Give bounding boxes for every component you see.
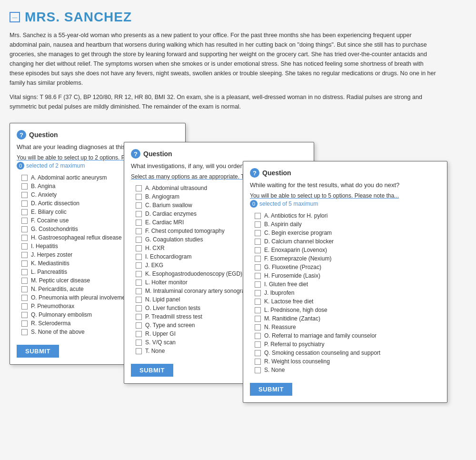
checkbox[interactable] bbox=[255, 307, 261, 313]
checkbox[interactable] bbox=[255, 324, 261, 330]
checkbox[interactable] bbox=[21, 209, 28, 215]
checkbox[interactable] bbox=[136, 228, 142, 234]
list-item[interactable]: F. Esomeprazole (Nexium) bbox=[255, 255, 440, 262]
card3-header: ? Question bbox=[250, 168, 440, 178]
checkbox[interactable] bbox=[255, 341, 261, 348]
checkbox[interactable] bbox=[255, 239, 261, 245]
option-label: K. Esophogastroduodenoscopy (EGD) bbox=[145, 270, 242, 277]
checkbox[interactable] bbox=[136, 211, 142, 217]
card1-title: Question bbox=[29, 131, 58, 139]
checkbox[interactable] bbox=[136, 348, 142, 354]
checkbox[interactable] bbox=[136, 331, 142, 337]
checkbox[interactable] bbox=[136, 254, 142, 260]
checkbox[interactable] bbox=[255, 247, 261, 253]
checkbox[interactable] bbox=[255, 367, 261, 373]
list-item[interactable]: R. Weight loss counseling bbox=[255, 358, 440, 365]
list-item[interactable]: O. Referral to marriage and family couns… bbox=[255, 332, 440, 339]
checkbox[interactable] bbox=[21, 235, 28, 241]
option-label: N. Lipid panel bbox=[145, 296, 180, 303]
checkbox[interactable] bbox=[255, 281, 261, 288]
list-item[interactable]: N. Reassure bbox=[255, 324, 440, 330]
checkbox[interactable] bbox=[21, 200, 28, 207]
checkbox[interactable] bbox=[255, 264, 261, 270]
option-label: C. Barium swallow bbox=[145, 202, 192, 209]
list-item[interactable]: P. Referral to psychiatry bbox=[255, 341, 440, 348]
option-label: C. Anxiety bbox=[31, 191, 57, 198]
option-label: C. Begin exercise program bbox=[264, 230, 332, 236]
checkbox[interactable] bbox=[21, 329, 28, 335]
checkbox[interactable] bbox=[21, 252, 28, 258]
list-item[interactable]: C. Begin exercise program bbox=[255, 230, 440, 236]
checkbox[interactable] bbox=[136, 280, 142, 286]
cards-container: ? Question What are your leading diagnos… bbox=[10, 123, 466, 447]
checkbox[interactable] bbox=[255, 290, 261, 296]
list-item[interactable]: I. Gluten free diet bbox=[255, 281, 440, 288]
card2-submit-button[interactable]: SUBMIT bbox=[131, 364, 173, 377]
option-label: M. Peptic ulcer disease bbox=[31, 277, 90, 284]
checkbox[interactable] bbox=[255, 213, 261, 219]
checkbox[interactable] bbox=[136, 237, 142, 243]
checkbox[interactable] bbox=[21, 192, 28, 198]
checkbox[interactable] bbox=[21, 269, 28, 275]
checkbox[interactable] bbox=[136, 271, 142, 277]
checkbox[interactable] bbox=[255, 256, 261, 262]
list-item[interactable]: K. Lactose free diet bbox=[255, 298, 440, 305]
checkbox[interactable] bbox=[255, 350, 261, 356]
checkbox[interactable] bbox=[136, 305, 142, 311]
list-item[interactable]: M. Ranitidine (Zantac) bbox=[255, 315, 440, 322]
checkbox[interactable] bbox=[21, 312, 28, 318]
checkbox[interactable] bbox=[136, 194, 142, 200]
checkbox[interactable] bbox=[21, 278, 28, 284]
option-label: P. Pneumothorax bbox=[31, 303, 74, 310]
checkbox[interactable] bbox=[136, 262, 142, 269]
checkbox[interactable] bbox=[255, 299, 261, 305]
checkbox[interactable] bbox=[255, 333, 261, 339]
list-item[interactable]: G. Fluoxetine (Prozac) bbox=[255, 264, 440, 270]
checkbox[interactable] bbox=[21, 286, 28, 292]
checkbox[interactable] bbox=[255, 221, 261, 228]
checkbox[interactable] bbox=[136, 202, 142, 209]
list-item[interactable]: B. Aspirin daily bbox=[255, 221, 440, 228]
list-item[interactable]: L. Prednisone, high dose bbox=[255, 307, 440, 313]
list-item[interactable]: A. Antibiotics for H. pylori bbox=[255, 212, 440, 219]
option-label: F. Chest computed tomography bbox=[145, 228, 225, 234]
checkbox[interactable] bbox=[21, 218, 28, 224]
checkbox[interactable] bbox=[255, 359, 261, 365]
option-label: E. Enoxaparin (Lovenox) bbox=[264, 247, 327, 253]
checkbox[interactable] bbox=[136, 297, 142, 303]
checkbox[interactable] bbox=[21, 320, 28, 327]
checkbox[interactable] bbox=[136, 185, 142, 191]
option-label: T. None bbox=[145, 348, 165, 354]
option-label: Q. Pulmonary embolism bbox=[31, 311, 92, 318]
list-item[interactable]: H. Furosemide (Lasix) bbox=[255, 272, 440, 279]
card3-submit-button[interactable]: SUBMIT bbox=[250, 383, 292, 396]
checkbox[interactable] bbox=[255, 230, 261, 236]
list-item[interactable]: D. Calcium channel blocker bbox=[255, 238, 440, 245]
checkbox[interactable] bbox=[136, 245, 142, 251]
checkbox[interactable] bbox=[136, 220, 142, 226]
checkbox[interactable] bbox=[255, 273, 261, 279]
checkbox[interactable] bbox=[21, 260, 28, 267]
checkbox[interactable] bbox=[21, 303, 28, 310]
option-label: N. Pericarditis, acute bbox=[31, 286, 84, 292]
checkbox[interactable] bbox=[136, 288, 142, 294]
checkbox[interactable] bbox=[21, 175, 28, 181]
option-label: H. Gastroesophageal reflux disease bbox=[31, 234, 122, 241]
list-item[interactable]: E. Enoxaparin (Lovenox) bbox=[255, 247, 440, 253]
checkbox[interactable] bbox=[21, 226, 28, 232]
header-icon: — bbox=[10, 12, 20, 22]
checkbox[interactable] bbox=[255, 316, 261, 322]
case-description: Mrs. Sanchez is a 55-year-old woman who … bbox=[10, 30, 438, 88]
list-item[interactable]: Q. Smoking cessation counseling and supp… bbox=[255, 350, 440, 356]
checkbox[interactable] bbox=[136, 314, 142, 320]
list-item[interactable]: J. Ibuprofen bbox=[255, 290, 440, 296]
checkbox[interactable] bbox=[21, 295, 28, 301]
checkbox[interactable] bbox=[21, 183, 28, 190]
checkbox[interactable] bbox=[136, 322, 142, 329]
page-header: — MRS. SANCHEZ bbox=[10, 10, 466, 25]
checkbox[interactable] bbox=[136, 340, 142, 346]
card1-submit-button[interactable]: SUBMIT bbox=[17, 345, 59, 358]
list-item[interactable]: S. None bbox=[255, 367, 440, 373]
card1-header: ? Question bbox=[17, 130, 178, 140]
checkbox[interactable] bbox=[21, 243, 28, 250]
